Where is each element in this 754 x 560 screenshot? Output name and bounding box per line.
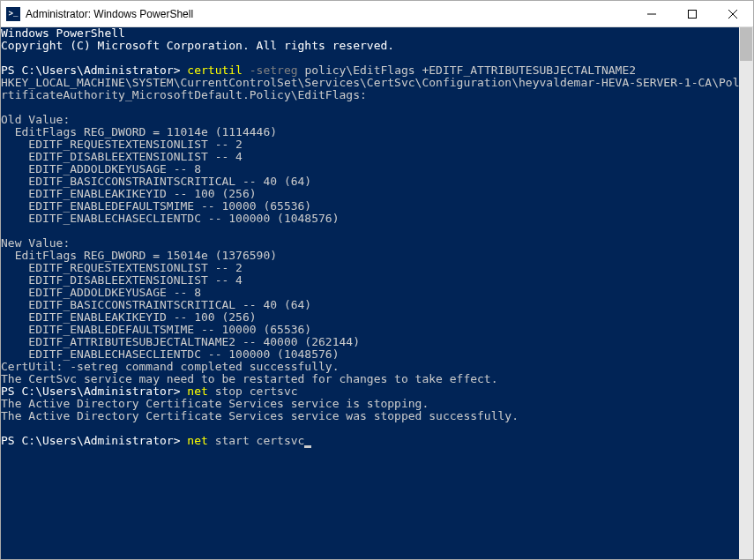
maximize-icon: [688, 10, 697, 19]
maximize-button[interactable]: [672, 1, 713, 27]
minimize-button[interactable]: [631, 1, 672, 27]
titlebar[interactable]: >_ Administrator: Windows PowerShell: [1, 1, 753, 27]
minimize-icon: [647, 10, 656, 19]
powershell-window: >_ Administrator: Windows PowerShell Win…: [0, 0, 754, 560]
scrollbar[interactable]: [739, 27, 753, 559]
close-icon: [728, 10, 737, 19]
window-title: Administrator: Windows PowerShell: [26, 8, 631, 20]
close-button[interactable]: [713, 1, 753, 27]
terminal[interactable]: Windows PowerShell Copyright (C) Microso…: [1, 27, 739, 559]
window-controls: [631, 1, 753, 27]
terminal-area: Windows PowerShell Copyright (C) Microso…: [1, 27, 753, 559]
scrollbar-thumb[interactable]: [740, 27, 752, 61]
powershell-icon: >_: [6, 7, 20, 21]
svg-rect-1: [689, 10, 697, 18]
